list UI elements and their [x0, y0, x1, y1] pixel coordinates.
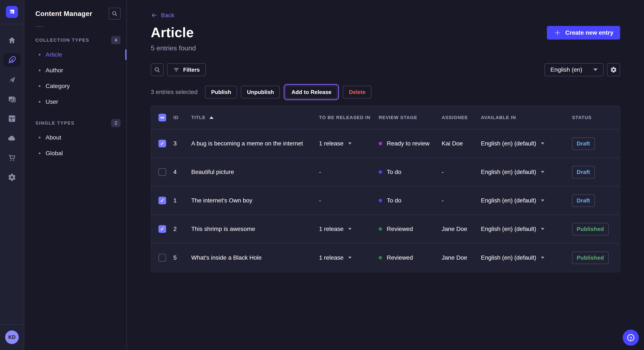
cell-id: 3 [173, 140, 191, 147]
cell-locale-dropdown[interactable]: English (en) (default) [481, 197, 572, 204]
create-new-entry-button[interactable]: Create new entry [547, 26, 620, 39]
entries-table: ID TITLE TO BE RELEASED IN REVIEW STAGE … [151, 106, 620, 272]
bullet-icon [39, 137, 40, 138]
sidebar-item-category[interactable]: Category [24, 78, 126, 94]
layout-icon [8, 114, 16, 123]
cell-locale-dropdown[interactable]: English (en) (default) [481, 140, 572, 147]
row-checkbox[interactable] [158, 225, 166, 233]
cell-assignee: Jane Doe [442, 226, 481, 232]
help-button[interactable]: ? [623, 330, 639, 346]
bullet-icon [39, 70, 40, 71]
table-row[interactable]: 4 Beautiful picture - To do - English (e… [151, 158, 620, 186]
section-label: SINGLE TYPES [35, 120, 74, 126]
search-icon [112, 11, 118, 16]
single-types-section: SINGLE TYPES 2 About Global [24, 117, 126, 161]
strapi-logo[interactable] [6, 6, 18, 18]
nav-content-type-builder[interactable] [4, 112, 20, 126]
sidebar-item-label: Global [46, 150, 63, 157]
cell-released: - [319, 169, 379, 175]
filters-button[interactable]: Filters [167, 63, 206, 76]
column-header-id: ID [173, 115, 191, 120]
strapi-logo-icon [8, 8, 15, 15]
nav-settings[interactable] [4, 171, 20, 184]
nav-deploy[interactable] [4, 131, 20, 145]
home-icon [8, 36, 16, 45]
cell-locale-dropdown[interactable]: English (en) (default) [481, 254, 572, 261]
column-header-assignee: ASSIGNEE [442, 115, 481, 120]
sidebar-item-author[interactable]: Author [24, 62, 126, 78]
sidebar-item-global[interactable]: Global [24, 146, 126, 161]
cell-released-dropdown[interactable]: 1 release [319, 226, 379, 232]
cell-released-dropdown[interactable]: 1 release [319, 254, 379, 261]
locale-select[interactable]: English (en) [544, 63, 604, 76]
stage-dot-icon [379, 142, 382, 145]
back-link[interactable]: Back [151, 12, 174, 19]
table-row[interactable]: 5 What's inside a Black Hole 1 release R… [151, 243, 620, 272]
stage-dot-icon [379, 199, 382, 202]
cell-title: This shrimp is awesome [191, 226, 319, 232]
cell-assignee: Kai Doe [442, 140, 481, 147]
cell-assignee: - [442, 169, 481, 175]
nav-releases[interactable] [4, 73, 20, 86]
column-header-available-in: AVAILABLE IN [481, 115, 572, 120]
nav-home[interactable] [4, 34, 20, 47]
chevron-down-icon [541, 257, 544, 259]
publish-button[interactable]: Publish [205, 86, 237, 98]
row-checkbox[interactable] [158, 140, 166, 147]
bullet-icon [39, 54, 40, 55]
row-checkbox[interactable] [158, 197, 166, 204]
view-settings-button[interactable] [607, 63, 620, 76]
cell-assignee: Jane Doe [442, 254, 481, 261]
sidebar-item-label: Category [46, 83, 70, 90]
chevron-down-icon [348, 143, 352, 145]
images-icon [8, 95, 16, 103]
list-search-button[interactable] [151, 63, 164, 76]
delete-button[interactable]: Delete [343, 86, 372, 98]
gear-icon [8, 173, 16, 181]
row-checkbox[interactable] [158, 254, 166, 262]
cell-released-dropdown[interactable]: 1 release [319, 140, 379, 147]
sort-ascending-icon [209, 116, 214, 119]
column-header-title[interactable]: TITLE [191, 115, 319, 120]
plus-icon [554, 29, 561, 37]
nav-content-manager[interactable] [4, 53, 20, 67]
bullet-icon [39, 153, 40, 154]
chevron-down-icon [541, 228, 544, 230]
unpublish-button[interactable]: Unpublish [241, 86, 280, 98]
stage-dot-icon [379, 170, 382, 174]
rail-divider [0, 24, 24, 24]
sidebar-search-button[interactable] [108, 8, 120, 19]
row-checkbox[interactable] [158, 168, 166, 176]
cell-locale-dropdown[interactable]: English (en) (default) [481, 169, 572, 175]
user-avatar[interactable]: KD [5, 331, 19, 344]
cell-id: 1 [173, 197, 191, 204]
select-all-checkbox[interactable] [158, 114, 166, 121]
cell-review-stage: Reviewed [379, 254, 442, 261]
cart-icon [8, 154, 16, 162]
status-badge: Published [572, 252, 609, 264]
sidebar-item-user[interactable]: User [24, 94, 126, 110]
cell-title: Beautiful picture [191, 169, 319, 175]
table-row[interactable]: 1 The internet's Own boy - To do - Engli… [151, 186, 620, 215]
single-types-count-badge: 2 [111, 119, 120, 127]
add-to-release-button[interactable]: Add to Release [285, 86, 337, 98]
table-row[interactable]: 2 This shrimp is awesome 1 release Revie… [151, 215, 620, 243]
status-badge: Draft [572, 166, 595, 178]
cell-review-stage: Ready to review [379, 140, 442, 147]
column-header-released: TO BE RELEASED IN [319, 115, 379, 120]
search-icon [154, 67, 160, 73]
column-header-status: STATUS [572, 115, 620, 120]
cell-id: 2 [173, 226, 191, 232]
table-row[interactable]: 3 A bug is becoming a meme on the intern… [151, 130, 620, 158]
nav-marketplace[interactable] [4, 151, 20, 165]
nav-media-library[interactable] [4, 92, 20, 106]
cell-review-stage: Reviewed [379, 226, 442, 232]
page-title: Article [151, 25, 196, 40]
entries-count: 5 entries found [151, 44, 196, 52]
chevron-down-icon [348, 228, 352, 230]
question-mark-icon: ? [627, 334, 634, 341]
cell-locale-dropdown[interactable]: English (en) (default) [481, 226, 572, 232]
sidebar-item-about[interactable]: About [24, 130, 126, 146]
filter-icon [173, 66, 180, 73]
sidebar-item-article[interactable]: Article [24, 47, 126, 62]
